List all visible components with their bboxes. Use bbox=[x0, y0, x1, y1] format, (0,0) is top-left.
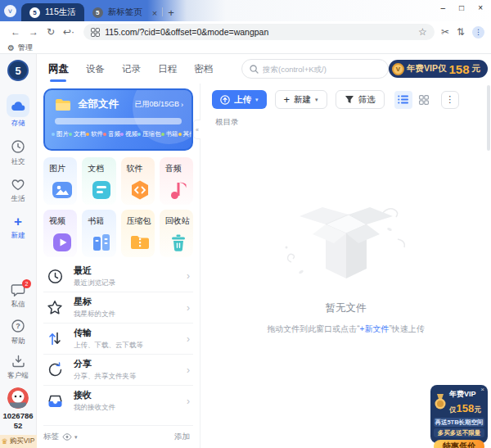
maximize-button[interactable]: □ bbox=[459, 3, 464, 12]
search-input[interactable] bbox=[263, 65, 381, 74]
tags-label[interactable]: 标签 bbox=[43, 432, 59, 442]
empty-title: 暂无文件 bbox=[200, 301, 491, 315]
list-item-starred[interactable]: 星标我星标的文件 › bbox=[43, 292, 193, 323]
promo-deal-button[interactable]: 特惠低价 bbox=[434, 440, 484, 448]
add-tag-button[interactable]: 添加 bbox=[174, 432, 190, 442]
page-header: 网盘 设备 记录 日程 密档 V 年费VIP仅 158 元 bbox=[37, 54, 491, 84]
sidebar-item-social[interactable]: 社交 bbox=[11, 139, 25, 167]
tab-records[interactable]: 记录 bbox=[122, 63, 141, 75]
gear-icon[interactable]: ⚙ bbox=[7, 43, 15, 52]
scrollbar[interactable] bbox=[487, 85, 490, 446]
category-books[interactable]: 书籍 bbox=[82, 210, 115, 257]
back-button[interactable]: ← bbox=[11, 26, 20, 38]
breadcrumb[interactable]: 根目录 bbox=[215, 117, 491, 128]
sidebar-item-storage[interactable]: 存储 bbox=[7, 94, 29, 129]
list-view-button[interactable] bbox=[394, 91, 412, 109]
app-sidebar: 5 存储 社交 生活 + 新建 bbox=[0, 54, 37, 448]
heart-icon bbox=[11, 178, 25, 192]
new-file-link[interactable]: +新文件 bbox=[360, 324, 390, 333]
tab-schedule[interactable]: 日程 bbox=[158, 63, 177, 75]
user-id[interactable]: 1026786 52 bbox=[3, 411, 34, 431]
transfer-arrows-icon bbox=[47, 331, 63, 346]
share-icon bbox=[47, 362, 63, 378]
vip-promo-card[interactable]: × 年费VIP 仅158元 再送5TB长期空间 多买多送不限量 bbox=[430, 385, 488, 443]
tab-devices[interactable]: 设备 bbox=[86, 63, 105, 75]
legend-item: 其他 bbox=[178, 130, 194, 138]
upload-button[interactable]: 上传 ▾ bbox=[212, 90, 267, 109]
caret-down-icon[interactable]: ▾ bbox=[74, 434, 78, 441]
115-logo[interactable]: 5 bbox=[7, 60, 29, 81]
sidebar-item-life[interactable]: 生活 bbox=[11, 178, 25, 204]
sidebar-item-messages[interactable]: 2 私信 bbox=[11, 283, 25, 310]
chat-bubble-icon: 2 bbox=[11, 283, 25, 298]
sidebar-item-label: 社交 bbox=[11, 157, 25, 167]
tab-vault[interactable]: 密档 bbox=[194, 63, 213, 75]
storage-usage[interactable]: 已用0B/15GB › bbox=[134, 99, 183, 110]
user-avatar[interactable] bbox=[7, 387, 29, 409]
category-audio[interactable]: 音频 bbox=[160, 157, 193, 205]
quick-access-list: 最近最近浏览记录 › 星标我星标的文件 › bbox=[43, 260, 193, 425]
sidebar-item-help[interactable]: ? 帮助 bbox=[11, 319, 25, 346]
category-software[interactable]: 软件 bbox=[121, 157, 155, 205]
sidebar-item-create[interactable]: + 新建 bbox=[11, 215, 25, 241]
list-item-share[interactable]: 分享分享、共享文件夹等 › bbox=[43, 354, 193, 385]
url-text[interactable]: 115.com/?cid=0&offset=0&mode=wangpan bbox=[105, 27, 413, 37]
sidebar-item-client[interactable]: 客户端 bbox=[7, 355, 29, 381]
tab-search-chevron-icon[interactable]: ˅ bbox=[4, 5, 16, 17]
category-archives[interactable]: 压缩包 bbox=[121, 210, 155, 257]
site-info-icon[interactable] bbox=[91, 28, 100, 37]
minimize-button[interactable]: – bbox=[441, 3, 446, 12]
new-tab-button[interactable]: + bbox=[168, 7, 174, 19]
tab-wangpan[interactable]: 网盘 bbox=[48, 62, 69, 76]
tab-new-tab[interactable]: 5 新标签页 bbox=[84, 3, 151, 21]
new-button[interactable]: + 新建 ▾ bbox=[275, 90, 327, 109]
app-root: 5 存储 社交 生活 + 新建 bbox=[0, 54, 491, 448]
115-favicon-icon: 5 bbox=[29, 7, 40, 18]
redirect-extension-icon[interactable]: ↩· bbox=[63, 26, 74, 38]
inbox-icon bbox=[47, 394, 63, 408]
cloud-icon bbox=[7, 94, 29, 117]
address-bar[interactable]: 115.com/?cid=0&offset=0&mode=wangpan ☆ bbox=[83, 24, 435, 40]
sidebar-item-label: 客户端 bbox=[7, 371, 29, 381]
bookmark-star-icon[interactable]: ☆ bbox=[418, 26, 427, 38]
reload-button[interactable]: ↻ bbox=[47, 26, 55, 38]
list-item-transfers[interactable]: 传输上传、下载、云下载等 › bbox=[43, 323, 193, 354]
vip-banner[interactable]: V 年费VIP仅 158 元 bbox=[389, 60, 488, 78]
download-client-icon bbox=[11, 355, 25, 369]
empty-state: 暂无文件 拖动文件到此窗口或点击“+新文件”快速上传 bbox=[200, 197, 491, 335]
list-view-icon bbox=[398, 95, 408, 104]
tab-close-icon[interactable]: × bbox=[152, 8, 157, 18]
list-item-received[interactable]: 接收我的接收文件 › bbox=[43, 385, 193, 416]
category-videos[interactable]: 视频 bbox=[43, 210, 77, 257]
tab-115-life[interactable]: 5 115生活 bbox=[21, 3, 84, 21]
category-images[interactable]: 图片 bbox=[43, 157, 77, 205]
close-button[interactable]: × bbox=[478, 3, 483, 12]
forward-button[interactable]: → bbox=[29, 26, 38, 38]
more-options-button[interactable]: ⋮ bbox=[441, 91, 459, 109]
legend-item: 压缩包 bbox=[137, 130, 161, 138]
buy-vip-button[interactable]: ♛ 购买VIP bbox=[0, 435, 37, 448]
browser-window: ˅ 5 115生活 5 新标签页 × + – □ × ← → ↻ ↩· bbox=[0, 0, 491, 448]
tab-strip: ˅ 5 115生活 5 新标签页 × + – □ × bbox=[0, 0, 491, 21]
chevron-right-icon: › bbox=[187, 333, 190, 345]
category-recycle-bin[interactable]: 回收站 bbox=[160, 210, 193, 257]
music-note-icon bbox=[168, 179, 189, 201]
list-item-recent[interactable]: 最近最近浏览记录 › bbox=[43, 260, 193, 292]
collapse-panel-icon[interactable]: « bbox=[193, 120, 200, 139]
search-box[interactable] bbox=[241, 59, 389, 79]
eye-icon[interactable] bbox=[62, 433, 72, 441]
chrome-menu-icon[interactable]: ⋮ bbox=[472, 26, 484, 38]
manage-bookmark[interactable]: 管理 bbox=[18, 43, 33, 53]
close-icon[interactable]: × bbox=[480, 386, 484, 393]
plus-icon: + bbox=[14, 215, 22, 229]
sort-extension-icon[interactable]: ⇅ bbox=[457, 26, 465, 38]
filter-button[interactable]: 筛选 bbox=[336, 90, 385, 109]
tags-footer: 标签 ▾ 添加 bbox=[43, 425, 193, 448]
all-files-card[interactable]: 全部文件 已用0B/15GB › 图片 文档 软件 音频 bbox=[43, 88, 193, 151]
scissors-extension-icon[interactable]: ✂ bbox=[441, 26, 449, 38]
category-documents[interactable]: 文档 bbox=[82, 157, 115, 205]
sidebar-bottom: 2 私信 ? 帮助 客户端 bbox=[0, 283, 36, 448]
left-column: « 全部文件 已用0B/15GB › 图片 bbox=[37, 84, 200, 448]
tab-title: 115生活 bbox=[45, 7, 76, 18]
grid-view-button[interactable] bbox=[415, 91, 433, 109]
